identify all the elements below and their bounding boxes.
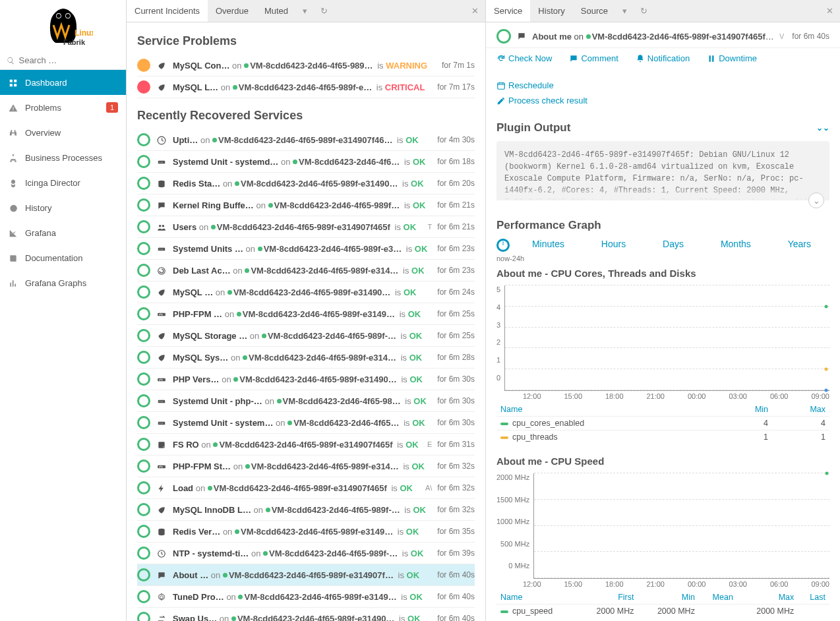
right-tabs: ServiceHistorySource ▾ ↻ ✕	[486, 0, 840, 22]
service-row[interactable]: Systemd Unit - php-… on VM-8cdd6423-2d46…	[137, 390, 475, 412]
nav-item-overview[interactable]: Overview	[0, 120, 126, 145]
refresh-icon[interactable]: ↻	[634, 0, 654, 22]
downtime-action[interactable]: Downtime	[707, 53, 757, 63]
service-row[interactable]: Swap Us… on VM-8cdd6423-2d46-4f65-989f-e…	[137, 608, 475, 621]
tab-history[interactable]: History	[530, 0, 572, 22]
duration: for 6m 39s	[437, 548, 475, 558]
leaf-icon	[157, 60, 167, 71]
chart-plot[interactable]	[504, 285, 829, 391]
nav-item-business-processes[interactable]: Business Processes	[0, 145, 126, 170]
service-panel: ServiceHistorySource ▾ ↻ ✕ About me on V…	[486, 0, 840, 621]
service-row[interactable]: About … on VM-8cdd6423-2d46-4f65-989f-e3…	[137, 564, 475, 586]
time-range-days[interactable]: Days	[663, 239, 684, 249]
service-row[interactable]: Deb Last Ac… on VM-8cdd6423-2d46-4f65-98…	[137, 260, 475, 281]
nav-item-grafana[interactable]: Grafana	[0, 220, 126, 245]
search-input[interactable]	[18, 55, 119, 65]
service-row[interactable]: php PHP-FPM … on VM-8cdd6423-2d46-4f65-9…	[137, 303, 475, 325]
collapse-icon[interactable]: ⌄⌄	[816, 123, 829, 133]
chart-plot[interactable]	[533, 473, 829, 579]
tab-current-incidents[interactable]: Current Incidents	[127, 0, 208, 22]
nav-item-dashboard[interactable]: Dashboard	[0, 70, 126, 95]
duration: for 6m 24s	[437, 287, 475, 297]
close-panel-icon[interactable]: ✕	[820, 0, 840, 22]
nav-item-problems[interactable]: Problems1	[0, 95, 126, 120]
notification-action[interactable]: Notification	[636, 53, 690, 63]
tab-source[interactable]: Source	[573, 0, 616, 22]
tab-overdue[interactable]: Overdue	[208, 0, 256, 22]
time-range-months[interactable]: Months	[721, 239, 751, 249]
duration: for 6m 28s	[437, 353, 475, 362]
duration: for 6m 40s	[437, 592, 475, 601]
service-row[interactable]: Users on VM-8cdd6423-2d46-4f65-989f-e314…	[137, 216, 475, 238]
duration: for 7m 17s	[437, 82, 475, 92]
comment-action[interactable]: Comment	[569, 53, 618, 63]
service-row[interactable]: MySQL Con… on VM-8cdd6423-2d46-4f65-989……	[137, 55, 475, 76]
service-row[interactable]: MySQL Storage … on VM-8cdd6423-2d46-4f65…	[137, 325, 475, 347]
service-row[interactable]: FS RO on VM-8cdd6423-2d46-4f65-989f-e314…	[137, 434, 475, 456]
service-row[interactable]: Systemd Unit - system… on VM-8cdd6423-2d…	[137, 412, 475, 434]
service-row[interactable]: NTP - systemd-ti… on VM-8cdd6423-2d46-4f…	[137, 543, 475, 564]
state-circle-ok	[137, 285, 150, 299]
service-row[interactable]: MySQL … on VM-8cdd6423-2d46-4f65-989f-e3…	[137, 281, 475, 303]
time-range-hours[interactable]: Hours	[601, 239, 626, 249]
check-now-action[interactable]: Check Now	[496, 53, 552, 63]
time-range-label: now-24h	[496, 254, 829, 262]
expand-output-icon[interactable]: ⌄	[808, 192, 824, 208]
tab-service[interactable]: Service	[486, 0, 530, 22]
leaf-icon	[157, 352, 167, 363]
clock-icon[interactable]	[496, 239, 510, 252]
service-row[interactable]: TuneD Pro… on VM-8cdd6423-2d46-4f65-989f…	[137, 586, 475, 608]
state-circle-ok	[137, 438, 150, 451]
state-circle-ok	[137, 177, 150, 190]
systemd-icon	[157, 243, 167, 254]
comment-icon	[516, 32, 527, 41]
service-row[interactable]: Upti… on VM-8cdd6423-2d46-4f65-989f-e314…	[137, 129, 475, 151]
host-link[interactable]: VM-8cdd6423-2d46-4f65-989f-e314907f465f	[592, 32, 774, 42]
svg-point-7	[160, 162, 160, 162]
service-actions: Check NowCommentNotificationDowntimeResc…	[486, 48, 840, 96]
process-check-result-action[interactable]: Process check result	[496, 96, 587, 105]
chart-1: About me - CPU Speed 2000 MHz1500 MHz100…	[496, 456, 829, 618]
svg-text:Linux: Linux	[75, 28, 93, 38]
service-row[interactable]: Systemd Units … on VM-8cdd6423-2d46-4f65…	[137, 238, 475, 260]
tabs-more-icon[interactable]: ▾	[616, 0, 634, 22]
search[interactable]	[0, 51, 126, 70]
service-name: About me	[532, 32, 572, 42]
refresh-icon[interactable]: ↻	[314, 0, 334, 22]
tab-muted[interactable]: Muted	[256, 0, 296, 22]
service-row[interactable]: php PHP Vers… on VM-8cdd6423-2d46-4f65-9…	[137, 369, 475, 390]
svg-point-12	[162, 225, 165, 227]
state-circle-warn	[137, 59, 150, 72]
nav-item-grafana-graphs[interactable]: Grafana Graphs	[0, 270, 126, 295]
service-row[interactable]: MySQL L… on VM-8cdd6423-2d46-4f65-989f-e…	[137, 76, 475, 98]
svg-point-15	[161, 249, 162, 249]
svg-point-28	[161, 423, 162, 423]
reschedule-action[interactable]: Reschedule	[496, 80, 554, 90]
duration: for 6m 40s	[437, 570, 475, 579]
nav-item-documentation[interactable]: Documentation	[0, 245, 126, 270]
service-row[interactable]: MySQL InnoDB L… on VM-8cdd6423-2d46-4f65…	[137, 499, 475, 521]
time-range-years[interactable]: Years	[788, 239, 811, 249]
nav-item-history[interactable]: History	[0, 195, 126, 220]
time-range-minutes[interactable]: Minutes	[532, 239, 564, 249]
data-point	[825, 305, 828, 308]
service-row[interactable]: Kernel Ring Buffe… on VM-8cdd6423-2d46-4…	[137, 194, 475, 216]
service-row[interactable]: Redis Sta… on VM-8cdd6423-2d46-4f65-989f…	[137, 173, 475, 194]
svg-point-29	[162, 423, 163, 423]
service-row[interactable]: Systemd Unit - systemd… on VM-8cdd6423-2…	[137, 151, 475, 173]
service-row[interactable]: MySQL Sys… on VM-8cdd6423-2d46-4f65-989f…	[137, 347, 475, 369]
service-row[interactable]: Load on VM-8cdd6423-2d46-4f65-989f-e3149…	[137, 477, 475, 499]
service-row[interactable]: php PHP-FPM St… on VM-8cdd6423-2d46-4f65…	[137, 456, 475, 477]
close-panel-icon[interactable]: ✕	[465, 0, 485, 22]
service-row[interactable]: Redis Ver… on VM-8cdd6423-2d46-4f65-989f…	[137, 521, 475, 543]
nav-item-icinga-director[interactable]: Icinga Director	[0, 170, 126, 195]
book-icon	[8, 252, 18, 263]
svg-point-25	[162, 401, 163, 401]
state-circle-ok	[137, 198, 150, 212]
service-duration: for 6m 40s	[792, 32, 829, 41]
svg-text:php: php	[159, 378, 163, 381]
uptime-icon	[157, 134, 167, 145]
tabs-more-icon[interactable]: ▾	[296, 0, 314, 22]
search-icon	[7, 56, 15, 65]
duration: for 6m 40s	[437, 614, 475, 621]
